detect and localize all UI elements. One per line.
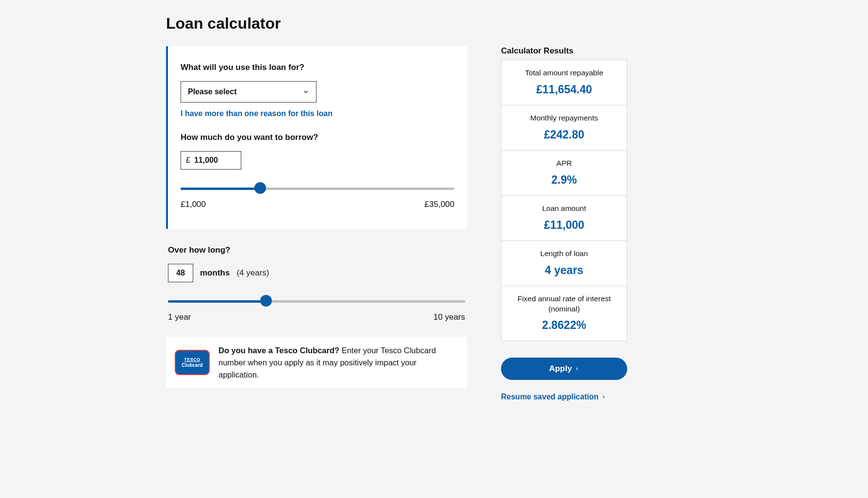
results-box: Total amount repayable £11,654.40 Monthl… <box>501 60 627 341</box>
resume-link-label: Resume saved application <box>501 393 599 401</box>
result-value: £242.80 <box>507 128 621 141</box>
apply-button-label: Apply <box>549 364 572 374</box>
amount-slider-handle[interactable] <box>254 182 266 194</box>
term-min-label: 1 year <box>168 312 191 322</box>
result-row-monthly: Monthly repayments £242.80 <box>501 105 627 151</box>
purpose-select-value: Please select <box>188 87 237 96</box>
amount-min-label: £1,000 <box>181 200 206 209</box>
amount-block: How much do you want to borrow? £ 11,000… <box>181 133 454 209</box>
term-slider[interactable] <box>168 296 465 307</box>
clubcard-badge: TESCO Clubcard <box>175 350 210 375</box>
term-block: Over how long? 48 months (4 years) 1 yea… <box>166 245 467 322</box>
purpose-label: What will you use this loan for? <box>181 63 454 72</box>
result-value: £11,000 <box>507 219 621 232</box>
purpose-block: What will you use this loan for? Please … <box>181 63 454 118</box>
result-row-fixed-rate: Fixed annual rate of interest (nominal) … <box>501 286 627 341</box>
page-title: Loan calculator <box>166 15 702 33</box>
clubcard-text: Do you have a Tesco Clubcard? Enter your… <box>218 344 458 380</box>
chevron-right-icon <box>601 394 606 400</box>
result-label: APR <box>507 158 621 169</box>
term-max-label: 10 years <box>434 312 465 322</box>
months-years-hint: (4 years) <box>236 268 269 278</box>
result-label: Length of loan <box>507 249 621 259</box>
currency-symbol: £ <box>186 156 190 165</box>
result-label: Fixed annual rate of interest (nominal) <box>507 294 621 314</box>
amount-max-label: £35,000 <box>425 200 454 209</box>
chevron-right-icon <box>575 365 579 372</box>
resume-application-link[interactable]: Resume saved application <box>501 393 606 401</box>
term-label: Over how long? <box>168 245 465 255</box>
result-row-total: Total amount repayable £11,654.40 <box>501 60 627 105</box>
months-unit: months <box>200 268 230 278</box>
result-label: Total amount repayable <box>507 68 621 78</box>
term-slider-handle[interactable] <box>260 295 272 307</box>
result-value: 2.9% <box>507 173 621 187</box>
result-row-loan-amount: Loan amount £11,000 <box>501 196 627 241</box>
clubcard-panel: TESCO Clubcard Do you have a Tesco Clubc… <box>166 337 467 388</box>
term-slider-fill <box>168 300 266 303</box>
result-value: 2.8622% <box>507 319 621 332</box>
purpose-select[interactable]: Please select <box>181 81 317 103</box>
clubcard-badge-line2: Clubcard <box>182 362 202 368</box>
result-value: £11,654.40 <box>507 83 621 96</box>
apply-button[interactable]: Apply <box>501 358 627 380</box>
clubcard-text-bold: Do you have a Tesco Clubcard? <box>218 346 339 355</box>
amount-value: 11,000 <box>194 156 218 165</box>
amount-input[interactable]: £ 11,000 <box>181 151 241 170</box>
chevron-down-icon <box>302 88 309 95</box>
multi-reason-link[interactable]: I have more than one reason for this loa… <box>181 109 333 118</box>
results-title: Calculator Results <box>501 46 627 56</box>
amount-slider-fill <box>181 188 260 190</box>
months-input[interactable]: 48 <box>168 264 193 282</box>
clubcard-badge-line1: TESCO <box>184 357 200 362</box>
result-row-apr: APR 2.9% <box>501 151 627 196</box>
result-value: 4 years <box>507 264 621 277</box>
result-row-length: Length of loan 4 years <box>501 241 627 286</box>
result-label: Monthly repayments <box>507 113 621 123</box>
amount-slider[interactable] <box>181 183 454 194</box>
amount-label: How much do you want to borrow? <box>181 133 454 142</box>
result-label: Loan amount <box>507 204 621 214</box>
loan-form-card: What will you use this loan for? Please … <box>166 46 467 229</box>
